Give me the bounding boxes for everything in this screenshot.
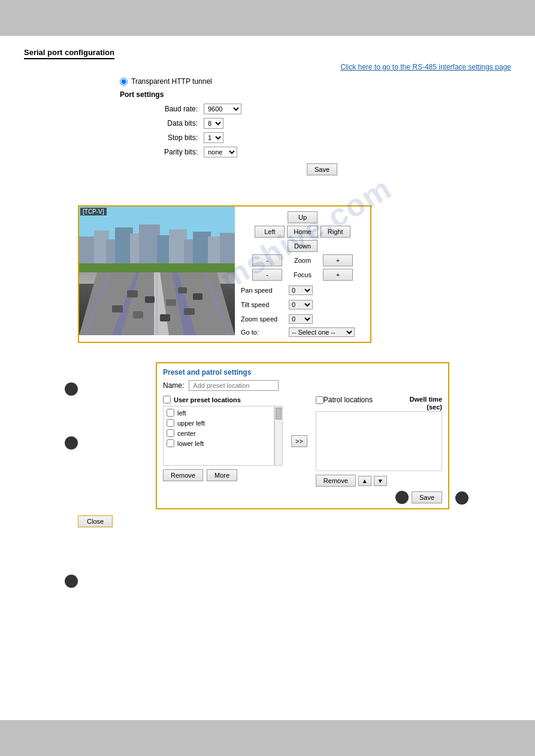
stop-bits-label: Stop bits:: [144, 133, 198, 142]
more-button[interactable]: More: [207, 469, 237, 481]
camera-preview: [TCP-V]: [79, 207, 235, 335]
remove-preset-button[interactable]: Remove: [163, 469, 203, 481]
patrol-header-left: Patrol locations: [316, 396, 373, 404]
svg-rect-12: [220, 233, 235, 266]
svg-rect-26: [184, 308, 195, 315]
zoom-speed-select[interactable]: 01234 56789: [289, 314, 313, 324]
preset-save-button[interactable]: Save: [412, 491, 442, 503]
item-upperleft-checkbox[interactable]: [167, 419, 174, 427]
parity-bits-label: Parity bits:: [144, 148, 198, 156]
ptz-lhr-row: Left Home Right: [241, 226, 364, 238]
ptz-up-button[interactable]: Up: [288, 211, 318, 223]
item-center-checkbox[interactable]: [167, 429, 174, 437]
ptz-left-button[interactable]: Left: [255, 226, 285, 238]
preset-name-input[interactable]: [189, 380, 279, 391]
rs485-link[interactable]: Click here to go to the RS-485 interface…: [340, 63, 511, 71]
ptz-home-button[interactable]: Home: [287, 226, 318, 238]
baud-rate-select[interactable]: 9600 1200 2400 4800 19200 38400 57600 11…: [204, 104, 241, 114]
parity-bits-select[interactable]: none odd even mark space: [204, 147, 237, 157]
top-bar: [0, 0, 535, 36]
svg-rect-24: [133, 311, 143, 318]
preset-scrollbar[interactable]: [274, 406, 283, 466]
goto-row: Go to: -- Select one --: [241, 327, 364, 337]
preset-container: Preset and patrol settings Name: User pr…: [78, 353, 449, 509]
transfer-button[interactable]: >>: [291, 435, 307, 447]
bottom-save-row: Save: [163, 491, 442, 503]
baud-rate-label: Baud rate:: [144, 105, 198, 113]
preset-col-header: User preset locations: [163, 396, 283, 403]
item-lowerleft-label: lower left: [177, 440, 204, 447]
transparent-http-radio[interactable]: [120, 78, 128, 86]
patrol-checkbox[interactable]: [316, 396, 324, 404]
patrol-list[interactable]: [316, 411, 442, 471]
patrol-btn-row: Remove ▲ ▼: [316, 475, 442, 487]
ptz-down-button[interactable]: Down: [288, 240, 318, 252]
goto-select[interactable]: -- Select one --: [289, 327, 355, 337]
pan-speed-row: Pan speed 01234 56789: [241, 286, 364, 295]
ptz-zoom-plus-button[interactable]: +: [323, 254, 353, 266]
transfer-col: >>: [289, 396, 310, 487]
ptz-zoom-row: - Zoom +: [241, 254, 364, 266]
list-item: center: [165, 428, 273, 438]
item-left-checkbox[interactable]: [167, 409, 174, 417]
user-preset-checkbox[interactable]: [163, 396, 171, 403]
preset-btn-row: Remove More: [163, 469, 283, 481]
svg-rect-18: [127, 290, 138, 297]
port-settings-label: Port settings: [120, 90, 511, 99]
ptz-zoom-label: Zoom: [285, 255, 321, 266]
ptz-zoom-minus-button[interactable]: -: [252, 254, 282, 266]
data-bits-label: Data bits:: [144, 119, 198, 127]
ptz-focus-minus-button[interactable]: -: [252, 269, 282, 281]
item-upperleft-label: upper left: [177, 420, 205, 427]
arrow-down-button[interactable]: ▼: [374, 476, 387, 486]
camera-label: [TCP-V]: [80, 208, 107, 215]
svg-rect-25: [160, 314, 170, 321]
ptz-up-row: Up: [241, 211, 364, 223]
scrollbar-thumb: [276, 408, 282, 420]
radio-row: Transparent HTTP tunnel: [120, 77, 511, 86]
ptz-controls: Up Left Home Right Down - Zoom + - Focus…: [235, 207, 370, 342]
zoom-speed-label: Zoom speed: [241, 315, 289, 323]
arrow-up-button[interactable]: ▲: [358, 476, 371, 486]
svg-rect-22: [193, 293, 202, 300]
left-circle-marker: [65, 575, 78, 588]
user-preset-label: User preset locations: [174, 396, 241, 403]
svg-rect-21: [178, 287, 187, 293]
preset-left-circle: [65, 382, 78, 396]
remove-patrol-button[interactable]: Remove: [316, 475, 356, 487]
preset-list-container: left upper left center lower left: [163, 406, 283, 466]
stop-bits-row: Stop bits: 1 2: [144, 132, 511, 143]
svg-rect-19: [145, 296, 155, 303]
ptz-panel: [TCP-V]: [78, 205, 371, 343]
list-item: left: [165, 408, 273, 418]
save-button[interactable]: Save: [307, 163, 337, 175]
preset-title: Preset and patrol settings: [163, 368, 442, 377]
camera-scene-svg: [79, 207, 235, 335]
close-button[interactable]: Close: [78, 515, 113, 527]
preset-right-circle: [455, 491, 468, 505]
svg-rect-20: [166, 299, 176, 306]
item-lowerleft-checkbox[interactable]: [167, 439, 174, 447]
ptz-down-row: Down: [241, 240, 364, 252]
ptz-right-button[interactable]: Right: [321, 226, 350, 238]
stop-bits-select[interactable]: 1 2: [204, 132, 223, 143]
preset-name-row: Name:: [163, 380, 442, 391]
baud-rate-row: Baud rate: 9600 1200 2400 4800 19200 384…: [144, 104, 511, 114]
goto-label: Go to:: [241, 329, 289, 336]
ptz-focus-plus-button[interactable]: +: [323, 269, 353, 281]
zoom-speed-row: Zoom speed 01234 56789: [241, 314, 364, 324]
preset-name-label: Name:: [163, 381, 184, 390]
radio-label: Transparent HTTP tunnel: [131, 77, 212, 86]
user-preset-list[interactable]: left upper left center lower left: [163, 406, 274, 466]
item-center-label: center: [177, 430, 196, 437]
close-btn-container: Close: [78, 515, 535, 527]
pan-speed-select[interactable]: 01234 56789: [289, 286, 313, 295]
svg-rect-23: [112, 305, 123, 312]
list-item: lower left: [165, 438, 273, 448]
content-area: Serial port configuration Click here to …: [0, 36, 535, 187]
tilt-speed-select[interactable]: 01234 56789: [289, 300, 313, 309]
parity-bits-row: Parity bits: none odd even mark space: [144, 147, 511, 157]
preset-bottom-left-circle: [65, 436, 78, 450]
list-item: upper left: [165, 418, 273, 428]
data-bits-select[interactable]: 8 5 6 7: [204, 118, 223, 129]
